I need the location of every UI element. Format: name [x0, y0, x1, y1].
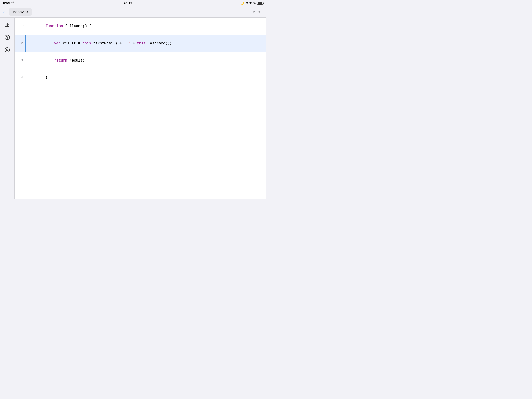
behavior-tab[interactable]: Behavior — [9, 8, 32, 16]
at-icon: ⊕ — [245, 1, 248, 5]
moon-icon: 🌙 — [241, 2, 244, 5]
back-chevron-icon: ‹ — [3, 9, 5, 15]
line-number-2: 2 — [15, 35, 25, 52]
code-line-3: 3 return result; — [15, 52, 266, 69]
line-content-4: } — [26, 69, 48, 86]
line-number-4: 4 — [15, 69, 25, 86]
device-label: iPad — [3, 1, 10, 5]
line-content-3: return result; — [26, 52, 85, 69]
battery-icon — [257, 2, 263, 5]
code-line-1: 1 ▾ function fullName() { — [15, 18, 266, 35]
line-number-1: 1 ▾ — [15, 18, 25, 35]
wifi-icon — [11, 1, 15, 5]
line-number-3: 3 — [15, 52, 25, 69]
download-button[interactable] — [2, 20, 12, 30]
battery-percent: 90 % — [249, 2, 256, 5]
main-content: 1 ▾ function fullName() { 2 var result =… — [0, 18, 266, 200]
status-time: 20:17 — [124, 1, 132, 5]
code-line-4: 4 } — [15, 69, 266, 86]
status-bar: iPad 20:17 🌙 ⊕ 90 % — [0, 0, 266, 6]
svg-point-1 — [7, 38, 8, 39]
sidebar — [0, 18, 15, 200]
nav-bar: ‹ Behavior v1.8.1 — [0, 6, 266, 18]
help-button[interactable] — [2, 32, 12, 43]
status-right: 🌙 ⊕ 90 % — [241, 1, 263, 5]
status-left: iPad — [3, 1, 15, 5]
line-content-2: var result = this.firstName() + ' ' + th… — [26, 35, 172, 52]
svg-point-2 — [5, 48, 10, 52]
version-label: v1.8.1 — [253, 10, 263, 14]
back-button[interactable]: ‹ — [3, 8, 8, 16]
fold-triangle-icon[interactable]: ▾ — [23, 23, 24, 29]
line-content-1: function fullName() { — [26, 18, 91, 35]
code-editor[interactable]: 1 ▾ function fullName() { 2 var result =… — [15, 18, 266, 200]
copyright-button[interactable] — [2, 45, 12, 55]
code-line-2: 2 var result = this.firstName() + ' ' + … — [15, 35, 266, 52]
